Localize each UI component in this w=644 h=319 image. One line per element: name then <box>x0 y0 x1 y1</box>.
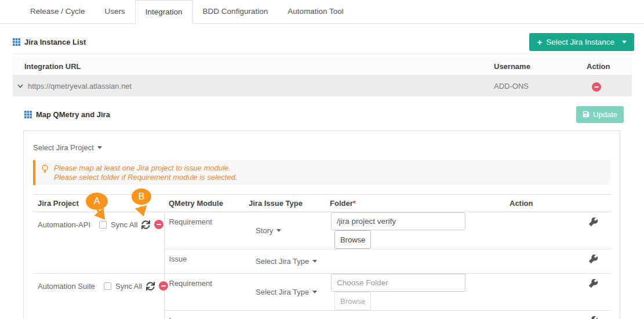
select-jira-project-label: Select Jira Project <box>33 143 94 152</box>
tab-integration[interactable]: Integration <box>135 0 193 24</box>
tab-users[interactable]: Users <box>95 0 135 23</box>
mapping-notice: Please map at least one Jira project to … <box>33 160 610 185</box>
mapping-table: Jira Project QMetry Module Jira Issue Ty… <box>33 194 612 319</box>
main-tabbar: Release / Cycle Users Integration BDD Co… <box>0 0 644 24</box>
notice-line-2: Please select folder if Requirement modu… <box>54 173 238 182</box>
map-panel: Select Jira Project Please map at least … <box>23 130 620 319</box>
map-title-wrap: Map QMetry and Jira <box>24 110 110 119</box>
instance-url: https://qmetryeval.atlassian.net <box>28 82 132 90</box>
notice-text: Please map at least one Jira project to … <box>54 163 238 182</box>
module-cell: Issue <box>164 311 244 319</box>
chevron-down-icon <box>622 41 627 44</box>
jira-instance-title: Jira Instance List <box>24 38 86 46</box>
project-name: Automation-API <box>38 220 90 229</box>
folder-input[interactable] <box>331 274 465 292</box>
refresh-icon[interactable] <box>146 282 155 291</box>
update-label: Update <box>593 110 617 119</box>
wrench-icon[interactable] <box>589 316 598 319</box>
module-cell: Requirement <box>164 212 244 249</box>
table-row: Automation Suite Sync All Requirement Se… <box>33 274 612 311</box>
browse-button[interactable]: Browse <box>334 230 371 249</box>
plus-icon: + <box>537 38 542 46</box>
save-icon <box>583 111 590 118</box>
project-name: Automation Suite <box>38 282 95 291</box>
col-integration-url: Integration URL <box>13 62 494 71</box>
callout-badge-b: B <box>132 188 151 205</box>
col-action: Action <box>505 195 612 212</box>
sync-all-label: Sync All <box>111 220 137 229</box>
jira-instance-table: Integration URL Username Action https://… <box>13 57 632 96</box>
project-cell-automation-api: Automation-API Sync All <box>33 212 164 274</box>
select-jira-instance-label: Select Jira Instance <box>546 38 614 46</box>
grid-icon <box>13 38 20 46</box>
browse-button[interactable]: Browse <box>334 292 371 310</box>
instance-username: ADD-ONS <box>494 82 587 90</box>
jira-instance-header: Jira Instance List + Select Jira Instanc… <box>13 33 634 50</box>
col-folder: Folder* <box>325 195 505 212</box>
tab-automation-tool[interactable]: Automation Tool <box>278 0 354 23</box>
chevron-down-icon <box>312 291 317 293</box>
col-username: Username <box>494 62 587 71</box>
select-jira-instance-button[interactable]: + Select Jira Instance <box>529 33 634 51</box>
remove-project-icon[interactable] <box>154 220 163 229</box>
chevron-down-icon <box>312 260 317 263</box>
mapping-table-header: Jira Project QMetry Module Jira Issue Ty… <box>33 195 612 212</box>
col-jira-issue-type: Jira Issue Type <box>244 195 325 212</box>
module-cell: Issue <box>164 249 244 274</box>
required-asterisk: * <box>353 199 356 208</box>
sync-all-label: Sync All <box>115 282 142 291</box>
tab-bdd-configuration[interactable]: BDD Configuration <box>193 0 278 23</box>
folder-input[interactable] <box>331 212 465 230</box>
chevron-down-icon <box>97 146 102 149</box>
map-title: Map QMetry and Jira <box>36 110 110 119</box>
integration-page: { "tabs": { "items": [ { "label": "Relea… <box>0 0 644 319</box>
table-row: Automation-API Sync All Requirement Stor… <box>33 212 612 249</box>
chevron-down-icon[interactable] <box>17 84 23 88</box>
refresh-icon[interactable] <box>141 220 150 229</box>
divider <box>13 53 634 54</box>
select-jira-project-dropdown[interactable]: Select Jira Project <box>33 143 102 152</box>
instance-row[interactable]: https://qmetryeval.atlassian.net ADD-ONS <box>13 76 632 96</box>
callout-badge-a: A <box>86 193 108 210</box>
tab-release-cycle[interactable]: Release / Cycle <box>20 0 95 23</box>
sync-all-checkbox[interactable] <box>104 282 111 290</box>
sync-all-checkbox[interactable] <box>99 221 107 229</box>
project-cell-automation-suite: Automation Suite Sync All <box>33 274 164 319</box>
module-cell: Requirement <box>164 274 244 311</box>
col-action: Action <box>587 62 632 71</box>
instance-table-header: Integration URL Username Action <box>13 57 632 76</box>
jira-instance-title-wrap: Jira Instance List <box>13 38 86 46</box>
grid-icon <box>24 111 32 118</box>
remove-instance-icon[interactable] <box>592 82 601 92</box>
wrench-icon[interactable] <box>589 279 598 288</box>
map-section-header: Map QMetry and Jira Update <box>24 105 624 124</box>
issue-type-dropdown[interactable]: Story <box>256 226 281 235</box>
notice-line-1: Please map at least one Jira project to … <box>54 164 238 173</box>
issue-type-dropdown[interactable]: Select Jira Type <box>256 288 317 296</box>
wrench-icon[interactable] <box>589 217 598 226</box>
lightbulb-icon <box>41 165 49 173</box>
update-button[interactable]: Update <box>576 106 624 123</box>
issue-type-dropdown[interactable]: Select Jira Type <box>256 257 317 266</box>
col-qmetry-module: QMetry Module <box>164 195 244 212</box>
wrench-icon[interactable] <box>589 255 598 263</box>
chevron-down-icon <box>276 229 281 232</box>
